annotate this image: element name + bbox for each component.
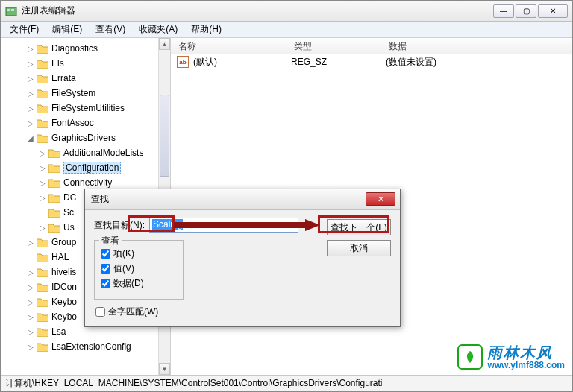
tree-label: IDCon bbox=[51, 282, 77, 292]
tree-item-errata[interactable]: ▷Errata bbox=[2, 71, 170, 86]
tree-item-additionalmodelists[interactable]: ▷AdditionalModeLists bbox=[2, 145, 170, 160]
folder-icon bbox=[37, 297, 48, 307]
tree-toggle-icon[interactable]: ▷ bbox=[38, 224, 47, 232]
find-target-input[interactable]: Scaling bbox=[149, 218, 298, 233]
column-type[interactable]: 类型 bbox=[286, 38, 381, 54]
tree-toggle-icon[interactable]: ▷ bbox=[26, 104, 35, 113]
find-next-button[interactable]: 查找下一个(F) bbox=[327, 219, 391, 235]
folder-icon bbox=[37, 74, 48, 83]
tree-item-fontassoc[interactable]: ▷FontAssoc bbox=[2, 116, 170, 130]
look-at-legend: 查看 bbox=[99, 235, 122, 247]
tree-label: Group bbox=[51, 237, 76, 247]
tree-toggle-icon[interactable]: ▷ bbox=[26, 75, 35, 83]
svg-rect-0 bbox=[6, 7, 16, 16]
folder-icon bbox=[37, 282, 48, 292]
tree-toggle-icon[interactable]: ▷ bbox=[26, 238, 35, 247]
cell-type: REG_SZ bbox=[291, 57, 386, 67]
column-name[interactable]: 名称 bbox=[171, 38, 286, 54]
menu-edit[interactable]: 编辑(E) bbox=[46, 22, 88, 37]
check-keys[interactable]: 项(K) bbox=[101, 247, 177, 260]
menu-help[interactable]: 帮助(H) bbox=[185, 22, 228, 37]
tree-toggle-icon[interactable]: ▷ bbox=[26, 313, 35, 321]
folder-icon bbox=[37, 133, 48, 143]
tree-toggle-icon[interactable]: ▷ bbox=[26, 60, 35, 68]
check-whole-word-box[interactable] bbox=[96, 307, 105, 317]
close-button[interactable]: ✕ bbox=[538, 4, 568, 18]
tree-toggle-icon[interactable]: ▷ bbox=[38, 149, 47, 157]
tree-toggle-icon[interactable]: ▷ bbox=[26, 89, 35, 98]
check-whole-word[interactable]: 全字匹配(W) bbox=[96, 306, 158, 318]
folder-icon bbox=[48, 163, 60, 173]
tree-toggle-icon[interactable]: ◢ bbox=[26, 134, 35, 142]
scroll-up-icon[interactable]: ▲ bbox=[159, 38, 170, 50]
list-header: 名称 类型 数据 bbox=[171, 38, 572, 54]
tree-toggle-icon[interactable]: ▷ bbox=[26, 298, 35, 306]
check-values-box[interactable] bbox=[101, 264, 110, 274]
check-values[interactable]: 值(V) bbox=[101, 262, 177, 275]
menu-file[interactable]: 文件(F) bbox=[4, 22, 45, 37]
dialog-titlebar[interactable]: 查找 ✕ bbox=[85, 189, 400, 210]
window-titlebar: 注册表编辑器 — ▢ ✕ bbox=[1, 1, 572, 22]
window-controls: — ▢ ✕ bbox=[493, 4, 568, 18]
tree-label: Els bbox=[51, 58, 64, 69]
tree-toggle-icon[interactable]: ▷ bbox=[38, 164, 47, 172]
menu-view[interactable]: 查看(V) bbox=[90, 22, 131, 37]
minimize-button[interactable]: — bbox=[493, 4, 514, 18]
tree-toggle-icon[interactable]: ▷ bbox=[26, 119, 35, 127]
folder-icon bbox=[48, 193, 60, 203]
folder-icon bbox=[37, 89, 48, 98]
tree-toggle-icon[interactable]: ▷ bbox=[26, 283, 35, 291]
tree-item-configuration[interactable]: ▷Configuration bbox=[2, 160, 170, 175]
find-target-label: 查找目标(N): bbox=[94, 219, 145, 232]
scroll-down-icon[interactable]: ▼ bbox=[159, 363, 170, 375]
tree-toggle-icon[interactable]: ▷ bbox=[38, 179, 47, 187]
folder-icon bbox=[37, 312, 48, 322]
regedit-icon bbox=[5, 5, 17, 17]
tree-label: Lsa bbox=[51, 326, 66, 337]
tree-toggle-icon[interactable]: ▷ bbox=[26, 45, 35, 53]
watermark: 雨林木风 www.ylmf888.com bbox=[457, 344, 565, 370]
tree-toggle-icon[interactable]: ▷ bbox=[26, 328, 35, 336]
column-data[interactable]: 数据 bbox=[381, 38, 572, 54]
folder-icon bbox=[48, 148, 60, 158]
folder-icon bbox=[37, 59, 48, 69]
tree-toggle-icon[interactable]: ▷ bbox=[26, 268, 35, 276]
tree-item-filesystem[interactable]: ▷FileSystem bbox=[2, 86, 170, 101]
tree-item-filesystemutilities[interactable]: ▷FileSystemUtilities bbox=[2, 101, 170, 116]
tree-item-els[interactable]: ▷Els bbox=[2, 56, 170, 71]
menu-favorites[interactable]: 收藏夹(A) bbox=[133, 22, 184, 37]
cancel-button[interactable]: 取消 bbox=[327, 240, 391, 256]
folder-icon bbox=[48, 223, 60, 233]
folder-icon bbox=[37, 238, 48, 247]
tree-toggle-icon[interactable]: ▷ bbox=[38, 194, 47, 202]
tree-label: Us bbox=[63, 222, 75, 233]
tree-item-diagnostics[interactable]: ▷Diagnostics bbox=[2, 41, 170, 56]
tree-label: hivelis bbox=[51, 267, 76, 277]
check-keys-box[interactable] bbox=[101, 249, 110, 259]
tree-item-graphicsdrivers[interactable]: ◢GraphicsDrivers bbox=[2, 130, 170, 145]
maximize-button[interactable]: ▢ bbox=[516, 4, 536, 18]
folder-icon bbox=[37, 104, 48, 113]
check-data[interactable]: 数据(D) bbox=[101, 277, 177, 290]
tree-item-connectivity[interactable]: ▷Connectivity bbox=[2, 175, 170, 190]
dialog-title: 查找 bbox=[91, 193, 109, 206]
menubar: 文件(F) 编辑(E) 查看(V) 收藏夹(A) 帮助(H) bbox=[1, 22, 572, 38]
svg-rect-1 bbox=[7, 9, 10, 11]
tree-item-lsaextensionconfig[interactable]: ▷LsaExtensionConfig bbox=[2, 339, 170, 354]
watermark-url: www.ylmf888.com bbox=[487, 361, 565, 370]
dialog-close-button[interactable]: ✕ bbox=[366, 192, 395, 206]
status-path: 计算机\HKEY_LOCAL_MACHINE\SYSTEM\ControlSet… bbox=[5, 377, 383, 390]
scroll-thumb[interactable] bbox=[160, 95, 169, 177]
tree-label: LsaExtensionConfig bbox=[51, 341, 131, 352]
tree-toggle-icon[interactable]: ▷ bbox=[26, 343, 35, 351]
tree-label: GraphicsDrivers bbox=[51, 133, 116, 143]
svg-rect-2 bbox=[11, 9, 14, 11]
list-row[interactable]: ab (默认) REG_SZ (数值未设置) bbox=[171, 54, 572, 69]
find-dialog: 查找 ✕ 查找目标(N): Scaling 查找下一个(F) 取消 查看 项(K… bbox=[84, 189, 401, 327]
folder-icon bbox=[37, 253, 48, 262]
tree-label: Keybo bbox=[51, 297, 77, 307]
watermark-brand: 雨林木风 bbox=[487, 344, 565, 361]
tree-label: DC bbox=[63, 192, 76, 203]
look-at-group: 查看 项(K) 值(V) 数据(D) bbox=[94, 240, 184, 300]
check-data-box[interactable] bbox=[101, 279, 110, 288]
